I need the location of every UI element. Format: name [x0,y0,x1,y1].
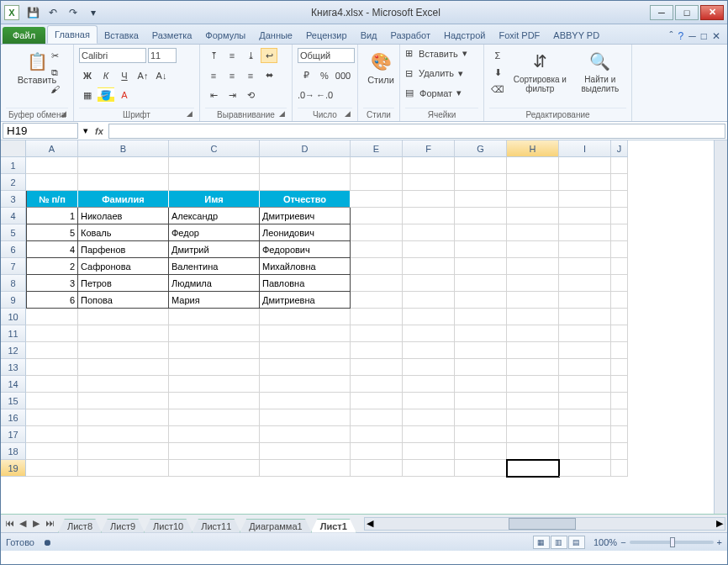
ribbon-tab-abbyy pd[interactable]: ABBYY PD [546,27,606,44]
cell-D15[interactable] [260,393,351,409]
cell-H1[interactable] [507,157,559,174]
cell-B10[interactable] [78,309,169,325]
cell-A7[interactable]: 2 [26,258,78,275]
cell-G2[interactable] [455,174,507,191]
cell-D9[interactable]: Дмитриевна [260,292,351,309]
cell-H9[interactable] [507,292,559,309]
cell-E11[interactable] [351,325,403,342]
font-color-button[interactable]: A [116,87,133,103]
column-header-D[interactable]: D [260,140,351,157]
cell-I13[interactable] [559,359,611,376]
cell-B1[interactable] [78,157,169,174]
cell-D2[interactable] [260,174,351,191]
cell-B12[interactable] [78,342,169,359]
cell-J7[interactable] [611,258,628,275]
zoom-slider[interactable] [630,541,714,544]
workbook-restore-icon[interactable]: □ [701,30,707,42]
cell-J17[interactable] [611,426,628,443]
cell-D18[interactable] [260,443,351,460]
save-button[interactable]: 💾 [24,4,41,21]
row-header-6[interactable]: 6 [1,241,26,258]
cell-C5[interactable]: Федор [169,224,260,241]
cell-A3[interactable]: № п/п [26,191,78,208]
cell-E13[interactable] [351,359,403,376]
ribbon-tab-данные[interactable]: Данные [252,27,299,44]
cell-C10[interactable] [169,309,260,325]
cell-A17[interactable] [26,426,78,443]
column-header-F[interactable]: F [403,140,455,157]
column-header-C[interactable]: C [169,140,260,157]
column-header-B[interactable]: B [78,140,169,157]
cell-G5[interactable] [455,224,507,241]
cell-C8[interactable]: Людмила [169,275,260,292]
cell-D8[interactable]: Павловна [260,275,351,292]
vertical-scrollbar[interactable] [714,140,727,514]
align-center-button[interactable]: ≡ [224,68,240,83]
cell-J18[interactable] [611,443,628,460]
namebox-dropdown-icon[interactable]: ▾ [83,125,88,136]
cell-H17[interactable] [507,426,559,443]
cell-G13[interactable] [455,359,507,376]
row-header-10[interactable]: 10 [1,309,26,325]
qat-customize-dropdown[interactable]: ▾ [85,4,102,21]
cell-B3[interactable]: Фамилия [78,191,169,208]
cell-B15[interactable] [78,393,169,409]
fill-button[interactable]: ⬇ [489,65,506,80]
cell-B11[interactable] [78,325,169,342]
sheet-tab-Лист8[interactable]: Лист8 [58,519,102,533]
cell-B19[interactable] [78,460,169,477]
percent-button[interactable]: % [316,68,333,83]
cell-E5[interactable] [351,224,403,241]
macro-record-icon[interactable]: ⏺ [43,537,52,547]
cell-J5[interactable] [611,224,628,241]
increase-decimal-button[interactable]: .0→ [298,87,314,103]
row-header-4[interactable]: 4 [1,208,26,224]
page-break-view-button[interactable]: ▤ [568,536,585,549]
cell-I9[interactable] [559,292,611,309]
cell-E3[interactable] [351,191,403,208]
cell-J11[interactable] [611,325,628,342]
minimize-button[interactable]: ─ [650,5,673,20]
cells-format-button[interactable]: ▤ Формат ▾ [405,87,478,98]
select-all-corner[interactable] [1,140,26,157]
column-header-G[interactable]: G [455,140,507,157]
cell-H8[interactable] [507,275,559,292]
ribbon-tab-вид[interactable]: Вид [354,27,384,44]
cell-C14[interactable] [169,376,260,393]
cell-I5[interactable] [559,224,611,241]
sheet-tab-Лист10[interactable]: Лист10 [144,519,193,533]
tab-first-icon[interactable]: ⏮ [3,518,16,529]
cell-C9[interactable]: Мария [169,292,260,309]
cell-E7[interactable] [351,258,403,275]
cell-G10[interactable] [455,309,507,325]
sheet-tab-Лист1[interactable]: Лист1 [311,519,356,533]
row-header-15[interactable]: 15 [1,393,26,409]
ribbon-tab-разметка[interactable]: Разметка [145,27,199,44]
cell-B16[interactable] [78,409,169,426]
ribbon-tab-главная[interactable]: Главная [47,25,98,44]
cell-H5[interactable] [507,224,559,241]
cell-A12[interactable] [26,342,78,359]
cell-A18[interactable] [26,443,78,460]
italic-button[interactable]: К [98,68,114,83]
cell-F19[interactable] [403,460,455,477]
cell-G6[interactable] [455,241,507,258]
cell-B14[interactable] [78,376,169,393]
cell-C7[interactable]: Валентина [169,258,260,275]
autosum-button[interactable]: Σ [489,48,506,63]
decrease-indent-button[interactable]: ⇤ [205,87,222,103]
cell-F2[interactable] [403,174,455,191]
cell-D13[interactable] [260,359,351,376]
decrease-font-button[interactable]: A↓ [153,68,170,83]
ribbon-tab-foxit pdf[interactable]: Foxit PDF [492,27,546,44]
ribbon-tab-рецензир[interactable]: Рецензир [299,27,354,44]
cell-I18[interactable] [559,443,611,460]
find-select-button[interactable]: 🔍 Найти и выделить [574,48,626,98]
cell-D17[interactable] [260,426,351,443]
cell-C11[interactable] [169,325,260,342]
cell-A2[interactable] [26,174,78,191]
cell-J4[interactable] [611,208,628,224]
alignment-launcher-icon[interactable]: ◢ [277,109,287,119]
cell-G8[interactable] [455,275,507,292]
cell-C13[interactable] [169,359,260,376]
